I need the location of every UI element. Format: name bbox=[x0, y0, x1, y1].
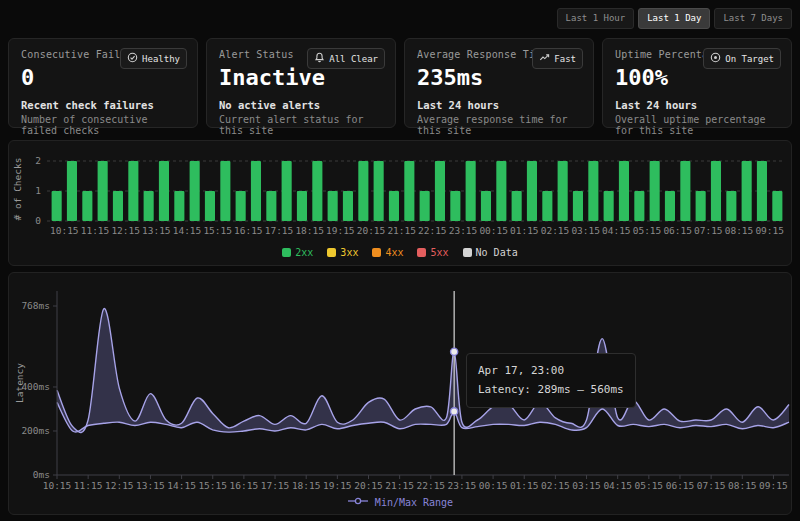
bar-2xx[interactable] bbox=[542, 191, 552, 221]
bar-2xx[interactable] bbox=[420, 191, 430, 221]
x-tick-label: 11:15 bbox=[74, 480, 103, 491]
x-tick-label: 03:15 bbox=[571, 225, 600, 236]
x-tick-label: 16:15 bbox=[230, 480, 259, 491]
bar-2xx[interactable] bbox=[144, 191, 154, 221]
trending-up-icon bbox=[539, 52, 550, 65]
bar-2xx[interactable] bbox=[466, 161, 476, 221]
bar-2xx[interactable] bbox=[358, 161, 368, 221]
bar-2xx[interactable] bbox=[236, 191, 246, 221]
x-tick-label: 18:15 bbox=[295, 225, 324, 236]
line-marker-icon bbox=[347, 496, 369, 508]
bar-2xx[interactable] bbox=[757, 161, 767, 221]
checks-bar-chart[interactable]: 01210:1511:1512:1513:1514:1515:1516:1517… bbox=[9, 143, 793, 239]
bar-2xx[interactable] bbox=[435, 161, 445, 221]
x-tick-label: 00:15 bbox=[479, 225, 508, 236]
bar-2xx[interactable] bbox=[726, 191, 736, 221]
x-tick-label: 10:15 bbox=[43, 480, 72, 491]
bar-2xx[interactable] bbox=[52, 191, 62, 221]
bar-2xx[interactable] bbox=[220, 161, 230, 221]
bar-2xx[interactable] bbox=[711, 161, 721, 221]
time-range-button-last-7-days[interactable]: Last 7 Days bbox=[714, 8, 792, 29]
bar-2xx[interactable] bbox=[174, 191, 184, 221]
legend-item-2xx: 2xx bbox=[282, 247, 313, 258]
card-alert-status: Alert Status All Clear Inactive No activ… bbox=[206, 38, 396, 128]
legend-label: No Data bbox=[476, 247, 518, 258]
bar-2xx[interactable] bbox=[113, 191, 123, 221]
x-tick-label: 01:15 bbox=[510, 225, 539, 236]
legend-swatch-3xx bbox=[327, 248, 336, 257]
x-tick-label: 14:15 bbox=[173, 225, 202, 236]
x-tick-label: 19:15 bbox=[323, 480, 352, 491]
bar-2xx[interactable] bbox=[128, 161, 138, 221]
stat-subtitle: Last 24 hours bbox=[615, 99, 779, 111]
bar-2xx[interactable] bbox=[481, 191, 491, 221]
bar-2xx[interactable] bbox=[619, 161, 629, 221]
legend-label: 5xx bbox=[430, 247, 448, 258]
bar-2xx[interactable] bbox=[67, 161, 77, 221]
x-tick-label: 13:15 bbox=[136, 480, 165, 491]
x-tick-label: 18:15 bbox=[292, 480, 321, 491]
bar-2xx[interactable] bbox=[450, 191, 460, 221]
card-average-response-time: Average Response Time Fast 235ms Last 24… bbox=[404, 38, 594, 128]
stat-subtitle: No active alerts bbox=[219, 99, 383, 111]
y-axis-title: Latency bbox=[14, 363, 25, 403]
bar-2xx[interactable] bbox=[573, 191, 583, 221]
bar-2xx[interactable] bbox=[312, 161, 322, 221]
legend-swatch-2xx bbox=[282, 248, 291, 257]
bar-2xx[interactable] bbox=[742, 161, 752, 221]
x-tick-label: 03:15 bbox=[572, 480, 601, 491]
bar-2xx[interactable] bbox=[650, 161, 660, 221]
bar-2xx[interactable] bbox=[696, 191, 706, 221]
bar-2xx[interactable] bbox=[496, 161, 506, 221]
time-range-selector: Last 1 Hour Last 1 Day Last 7 Days bbox=[557, 8, 792, 29]
bar-2xx[interactable] bbox=[772, 191, 782, 221]
bar-2xx[interactable] bbox=[404, 161, 414, 221]
legend-item-5xx: 5xx bbox=[417, 247, 448, 258]
bar-2xx[interactable] bbox=[634, 191, 644, 221]
bar-2xx[interactable] bbox=[527, 161, 537, 221]
x-tick-label: 16:15 bbox=[234, 225, 263, 236]
y-tick-label: 200ms bbox=[21, 425, 50, 436]
legend-item-4xx: 4xx bbox=[372, 247, 403, 258]
x-tick-label: 12:15 bbox=[111, 225, 140, 236]
x-tick-label: 05:15 bbox=[634, 480, 663, 491]
x-tick-label: 04:15 bbox=[603, 480, 632, 491]
bar-2xx[interactable] bbox=[282, 161, 292, 221]
bar-2xx[interactable] bbox=[604, 191, 614, 221]
y-tick-label: 0 bbox=[35, 215, 41, 226]
x-tick-label: 11:15 bbox=[81, 225, 110, 236]
x-tick-label: 07:15 bbox=[697, 480, 726, 491]
bar-2xx[interactable] bbox=[190, 161, 200, 221]
legend-swatch-4xx bbox=[372, 248, 381, 257]
bar-2xx[interactable] bbox=[343, 191, 353, 221]
bar-2xx[interactable] bbox=[588, 161, 598, 221]
bar-2xx[interactable] bbox=[389, 191, 399, 221]
bar-2xx[interactable] bbox=[159, 161, 169, 221]
x-tick-label: 04:15 bbox=[602, 225, 631, 236]
bar-2xx[interactable] bbox=[297, 191, 307, 221]
bar-2xx[interactable] bbox=[512, 191, 522, 221]
legend-label: 3xx bbox=[340, 247, 358, 258]
bar-2xx[interactable] bbox=[558, 161, 568, 221]
bar-2xx[interactable] bbox=[251, 161, 261, 221]
x-tick-label: 08:15 bbox=[725, 225, 754, 236]
latency-area-chart[interactable]: 0ms200ms400ms768ms10:1511:1512:1513:1514… bbox=[9, 277, 793, 491]
x-tick-label: 02:15 bbox=[541, 225, 570, 236]
bar-2xx[interactable] bbox=[680, 161, 690, 221]
bar-2xx[interactable] bbox=[374, 161, 384, 221]
legend-item-3xx: 3xx bbox=[327, 247, 358, 258]
chart-tooltip: Apr 17, 23:00 Latency: 289ms – 560ms bbox=[466, 353, 636, 408]
legend-label: Min/Max Range bbox=[375, 497, 453, 508]
bar-2xx[interactable] bbox=[82, 191, 92, 221]
x-tick-label: 10:15 bbox=[50, 225, 79, 236]
x-tick-label: 06:15 bbox=[663, 225, 692, 236]
bar-2xx[interactable] bbox=[266, 191, 276, 221]
bar-2xx[interactable] bbox=[205, 191, 215, 221]
bar-2xx[interactable] bbox=[98, 161, 108, 221]
bar-2xx[interactable] bbox=[665, 191, 675, 221]
time-range-button-last-1-day[interactable]: Last 1 Day bbox=[638, 8, 710, 29]
y-tick-label: 400ms bbox=[21, 381, 50, 392]
x-tick-label: 12:15 bbox=[105, 480, 134, 491]
bar-2xx[interactable] bbox=[328, 191, 338, 221]
time-range-button-last-1-hour[interactable]: Last 1 Hour bbox=[557, 8, 635, 29]
